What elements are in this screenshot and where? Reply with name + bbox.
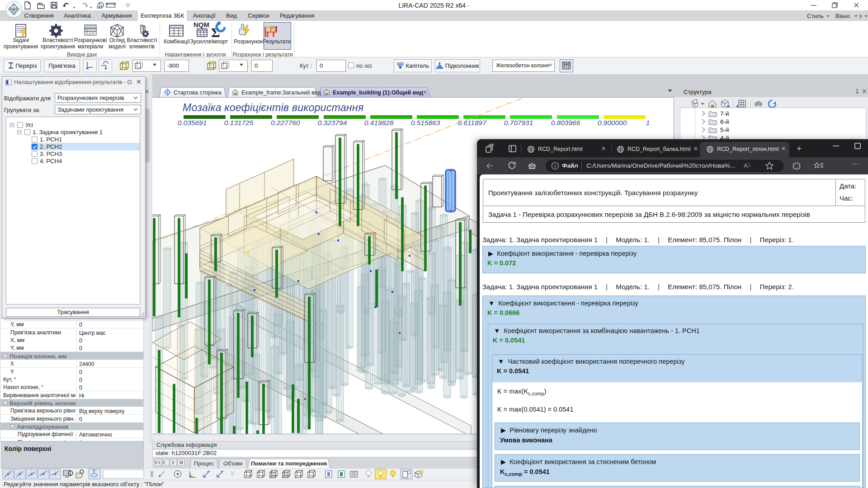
svg-text:NQM: NQM [193,21,209,28]
svg-text:Мозаїка коефіцієнтів використа: Мозаїка коефіцієнтів використання [183,102,363,113]
svg-text:0.419828: 0.419828 [364,119,394,127]
svg-text:0.515863: 0.515863 [411,119,440,127]
svg-text:0.707931: 0.707931 [504,119,533,127]
svg-text:?: ? [859,14,862,19]
svg-text:0.611897: 0.611897 [458,119,487,127]
svg-text:1: 1 [646,119,650,127]
svg-text:0.131725: 0.131725 [224,119,254,127]
svg-text:0.323794: 0.323794 [318,119,347,127]
svg-text:0.900000: 0.900000 [598,119,627,127]
svg-text:0.035691: 0.035691 [178,119,207,127]
svg-text:0.227760: 0.227760 [271,119,300,127]
svg-text:0.803966: 0.803966 [551,119,580,127]
